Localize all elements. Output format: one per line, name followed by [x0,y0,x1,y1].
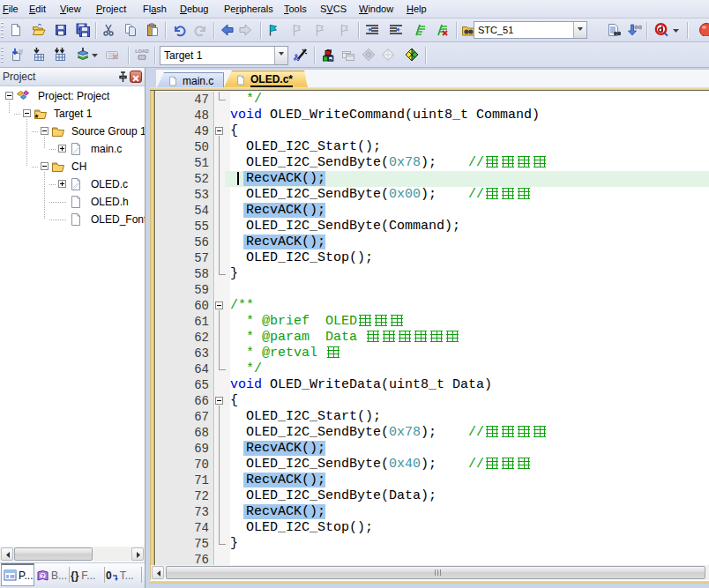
svg-text:?: ? [41,572,44,578]
svg-text:LOAD: LOAD [135,48,149,54]
